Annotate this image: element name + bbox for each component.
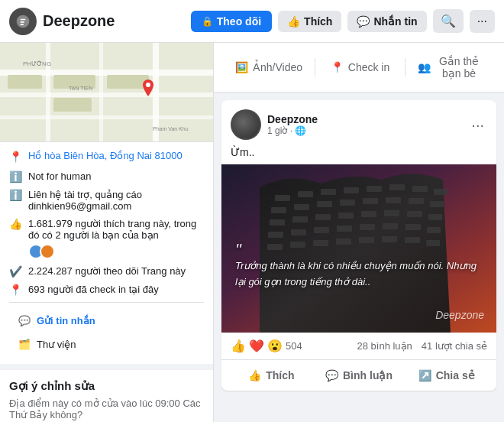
left-panel: PHƯỜNG TAN TIEN Pham Van Khu [0,43,214,422]
svg-rect-24 [434,189,447,195]
svg-rect-22 [389,184,405,190]
tag-icon: 👥 [418,61,431,73]
post-time: 1 giờ · 🌐 [267,125,468,136]
globe-icon: 🌐 [295,125,306,136]
svg-rect-45 [360,224,375,230]
svg-rect-29 [363,198,378,204]
suggest-section: Gợi ý chỉnh sửa Địa điểm này có mở cửa v… [0,364,213,422]
like-action-icon: 👍 [248,369,261,381]
map-area: PHƯỜNG TAN TIEN Pham Van Khu [0,43,213,142]
messenger-icon: 💬 [357,15,370,28]
logo-icon [9,8,37,35]
post-reactions: 👍 ❤️ 😮 504 28 bình luận 41 lượt chia sẻ [221,333,496,360]
svg-rect-6 [99,43,103,141]
svg-rect-23 [412,186,428,192]
svg-rect-41 [268,232,283,238]
more-nav-button[interactable]: ··· [470,10,495,33]
messenger-link[interactable]: 💬 Gửi tin nhắn [9,309,204,333]
message-nav-button[interactable]: 💬 Nhắn tin [347,11,426,32]
suggest-title: Gợi ý chỉnh sửa [9,379,204,393]
comment-action-icon: 💬 [325,369,338,381]
info-section: 📍 Hồ hòa Biên Hòa, Đồng Nai 81000 ℹ️ Not… [0,142,213,364]
svg-rect-35 [315,214,331,220]
right-panel: 🖼️ Ảnh/Video 📍 Check in 👥 Gắn thẻ bạn bè [214,43,504,422]
post-header: Deepzone 1 giờ · 🌐 ··· [221,100,496,146]
library-icon: 🗂️ [18,339,31,350]
svg-rect-28 [340,200,355,206]
reaction-icons: 👍 ❤️ 😮 504 [231,339,302,353]
like-emoji: 👍 [231,339,246,353]
post-image: " Trưởng thành là khi có nhiều chuyện mu… [221,164,496,333]
svg-rect-30 [386,197,401,203]
check-in-button[interactable]: 📍 Check in [315,55,405,80]
svg-rect-32 [430,201,444,207]
thumbsup-icon: 👍 [9,218,22,230]
svg-rect-44 [337,226,352,232]
svg-rect-5 [46,43,50,141]
contact-row: ℹ️ Liên hệ tài trợ, quảng cáo dinhkien96… [9,189,204,212]
like-action-button[interactable]: 👍 Thích [228,363,315,388]
post-actions: 👍 Thích 💬 Bình luận ↗️ Chia sẻ [221,360,496,391]
svg-rect-25 [271,207,286,213]
post-meta: Deepzone 1 giờ · 🌐 [267,113,468,136]
svg-point-15 [146,83,150,87]
post-card: Deepzone 1 giờ · 🌐 ··· Ừm.. [221,100,496,391]
reaction-count: 504 [286,340,302,352]
heart-emoji: ❤️ [249,339,264,353]
checkin-icon: 📍 [9,284,22,296]
post-text: Ừm.. [221,146,496,164]
svg-rect-20 [344,187,359,193]
info-icon: ℹ️ [9,170,22,183]
post-brand: Deepzone [435,309,484,321]
share-action-button[interactable]: ↗️ Chia sẻ [402,363,490,388]
thumb-icon: 👍 [287,15,300,28]
search-nav-button[interactable]: 🔍 [433,9,464,33]
svg-rect-39 [407,211,422,217]
likes-row: 👍 1.681.979 người thích trang này, trong… [9,218,204,259]
reaction-stats: 28 bình luận 41 lượt chia sẻ [357,340,488,352]
shares-count[interactable]: 41 lượt chia sẻ [422,340,487,352]
svg-text:PHƯỜNG: PHƯỜNG [23,60,51,67]
svg-rect-31 [409,198,424,204]
suggest-question: Địa điểm này có mở cửa vào lúc 09:00 Các… [9,398,204,420]
follow-button[interactable]: 🔒 Theo dõi [191,11,272,32]
info-row: ℹ️ Not for human [9,170,204,183]
svg-rect-21 [367,186,382,192]
svg-text:Pham Van Khu: Pham Van Khu [153,126,189,131]
svg-rect-9 [53,98,92,112]
post-page-name[interactable]: Deepzone [267,113,468,125]
nav-actions: 🔒 Theo dõi 👍 Thích 💬 Nhắn tin 🔍 ··· [191,9,495,33]
contact-icon: ℹ️ [9,189,22,201]
library-link[interactable]: 🗂️ Thư viện [9,333,204,356]
svg-rect-48 [427,227,441,233]
share-action-icon: ↗️ [418,369,431,381]
post-more-button[interactable]: ··· [468,113,487,137]
svg-rect-3 [0,93,213,97]
svg-text:TAN TIEN: TAN TIEN [69,86,92,91]
address-link[interactable]: Hồ hòa Biên Hòa, Đồng Nai 81000 [28,150,183,161]
friend-avatar-2 [40,244,55,259]
svg-rect-26 [294,204,309,210]
svg-rect-38 [384,210,399,216]
svg-rect-33 [270,219,285,226]
svg-rect-40 [428,214,442,220]
photo-video-button[interactable]: 🖼️ Ảnh/Video [223,55,315,80]
comment-action-button[interactable]: 💬 Bình luận [315,363,403,388]
svg-rect-11 [8,75,42,89]
post-avatar [231,109,261,140]
svg-rect-42 [291,229,306,235]
comments-count[interactable]: 28 bình luận [357,340,412,352]
svg-rect-4 [0,115,213,119]
svg-rect-27 [317,201,332,207]
wow-emoji: 😮 [267,339,283,353]
followers-row: ✔️ 2.224.287 người theo dõi Trang này [9,265,204,278]
tag-friend-button[interactable]: 👥 Gắn thẻ bạn bè [405,49,495,86]
svg-rect-36 [338,213,354,219]
svg-rect-34 [292,216,308,222]
page-logo: Deepzone [9,8,191,35]
post-quote: Trưởng thành là khi có nhiều chuyện muốn… [235,258,483,291]
svg-rect-37 [361,211,376,217]
like-nav-button[interactable]: 👍 Thích [278,11,341,32]
page-title: Deepzone [43,12,115,30]
action-bar: 🖼️ Ảnh/Video 📍 Check in 👥 Gắn thẻ bạn bè [214,43,504,93]
